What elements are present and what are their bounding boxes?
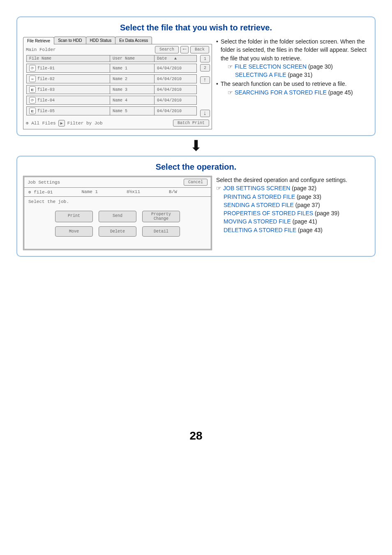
link-sending[interactable]: SENDING A STORED FILE	[224, 202, 294, 208]
screen1-tabs: File Retrieve Scan to HDD HDD Status Ex …	[23, 37, 212, 44]
header-user[interactable]: User Name	[110, 55, 154, 62]
color-mode: B/W	[169, 189, 177, 195]
header-file[interactable]: File Name	[26, 55, 110, 62]
job-icon: ✉	[29, 76, 36, 82]
tab-ex-data[interactable]: Ex Data Access	[115, 37, 152, 44]
print-button[interactable]: Print	[55, 211, 93, 222]
file-owner: Name 1	[81, 189, 98, 195]
link-job-settings[interactable]: JOB SETTINGS SCREEN	[223, 185, 290, 191]
link-printing[interactable]: PRINTING A STORED FILE	[224, 193, 295, 200]
desc-intro: Select the desired operation and configu…	[216, 176, 369, 184]
panel2-description: Select the desired operation and configu…	[216, 176, 369, 250]
ref-icon: ☞	[216, 185, 221, 191]
file-id: ⊕ file-01	[28, 189, 53, 195]
send-button[interactable]: Send	[99, 211, 136, 222]
header-date[interactable]: Date ▲	[154, 55, 197, 62]
tab-scan-to-hdd[interactable]: Scan to HDD	[54, 37, 86, 44]
table-row[interactable]: ⟳file-01 Name 1 04/04/2010	[27, 64, 197, 73]
file-list-screen: Main Folder Search ⭠ Back File Name User…	[23, 44, 212, 129]
link-properties[interactable]: PROPERTIES OF STORED FILES	[224, 210, 313, 216]
paper-size: 8½x11	[127, 189, 140, 195]
delete-button[interactable]: Delete	[99, 226, 136, 237]
panel2-title: Select the operation.	[23, 162, 369, 172]
down-arrow-icon: ⬇	[16, 138, 376, 153]
list-header: File Name User Name Date ▲	[27, 55, 197, 62]
tab-file-retrieve[interactable]: File Retrieve	[23, 37, 54, 44]
ref-icon: ☞	[228, 89, 233, 96]
link-moving[interactable]: MOVING A STORED FILE	[224, 218, 291, 225]
scroll-up-button[interactable]: ⭡	[200, 76, 210, 84]
table-row[interactable]: ✉file-02 Name 2 04/04/2010	[27, 74, 197, 83]
panel1-description: •Select the folder in the folder selecti…	[216, 37, 369, 129]
filter-by-job[interactable]: Filter by Job	[67, 121, 103, 126]
job-icon: ◧	[29, 86, 36, 93]
panel-select-operation: Select the operation. Job Settings Cance…	[16, 156, 376, 257]
ref-icon: ☞	[228, 63, 233, 70]
job-icon: ⟳	[29, 97, 36, 104]
filter-arrow-icon[interactable]: ▶	[58, 120, 65, 127]
panel1-title: Select the file that you wish to retriev…	[23, 23, 369, 32]
back-button[interactable]: Back	[190, 46, 209, 53]
table-row[interactable]: ⟳file-04 Name 4 04/04/2010	[27, 96, 197, 105]
search-button[interactable]: Search	[155, 46, 179, 53]
table-row[interactable]: ◧file-05 Name 5 04/04/2010	[27, 106, 197, 115]
link-selecting-file[interactable]: SELECTING A FILE	[235, 71, 286, 78]
folder-label: Main Folder	[26, 47, 56, 52]
page-1-button[interactable]: 1	[200, 55, 210, 62]
move-button[interactable]: Move	[55, 226, 93, 237]
all-files-label[interactable]: ⊕ All Files	[26, 120, 56, 126]
job-settings-header: Job Settings	[28, 180, 60, 185]
back-arrow-icon[interactable]: ⭠	[180, 46, 189, 53]
page-number: 28	[16, 429, 376, 442]
scroll-down-button[interactable]: ⭣	[200, 110, 210, 117]
job-settings-screen: Job Settings Cancel ⊕ file-01 Name 1 8½x…	[23, 176, 212, 250]
link-file-selection[interactable]: FILE SELECTION SCREEN	[235, 63, 307, 70]
desc-text: The search function can be used to retri…	[221, 80, 347, 88]
desc-text: Select the folder in the folder selectio…	[221, 37, 369, 62]
link-deleting[interactable]: DELETING A STORED FILE	[224, 227, 296, 233]
table-row[interactable]: ◧file-03 Name 3 04/04/2010	[27, 85, 197, 94]
job-icon: ⟳	[29, 65, 36, 71]
tab-hdd-status[interactable]: HDD Status	[86, 37, 116, 44]
select-job-label: Select the job.	[24, 197, 211, 207]
job-icon: ◧	[29, 108, 36, 114]
page-2-button[interactable]: 2	[200, 64, 210, 71]
link-searching[interactable]: SEARCHING FOR A STORED FILE	[235, 89, 327, 96]
panel-select-file: Select the file that you wish to retriev…	[16, 16, 376, 136]
detail-button[interactable]: Detail	[142, 226, 180, 237]
property-change-button[interactable]: PropertyChange	[142, 211, 180, 222]
cancel-button[interactable]: Cancel	[184, 179, 208, 186]
batch-print-button[interactable]: Batch Print	[173, 120, 209, 127]
